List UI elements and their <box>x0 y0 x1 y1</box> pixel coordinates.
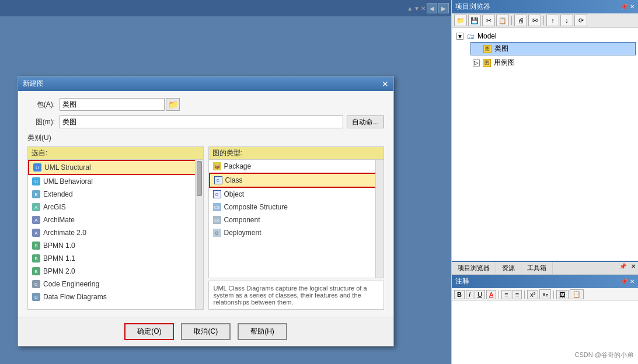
package-input[interactable] <box>60 98 165 111</box>
category-item-archimate[interactable]: A ArchiMate <box>28 214 203 226</box>
bottom-tabs: 项目浏览器 资源 工具箱 📌 ✕ <box>452 262 638 275</box>
bpmn11-icon: B <box>32 254 41 263</box>
diagram-type-list-box: 📦 Package C Class <box>208 159 385 278</box>
browser-tool-btn-3[interactable]: ✂ <box>482 15 495 26</box>
category-item-label: Code Engineering <box>43 280 99 288</box>
note-textarea[interactable] <box>454 303 636 322</box>
category-scrollbar-thumb[interactable] <box>197 161 202 196</box>
auto-name-btn[interactable]: 自动命... <box>347 116 384 128</box>
project-browser-titlebar: 项目浏览器 📌 ✕ <box>452 0 638 13</box>
note-toolbar: B I U A ≡ ≡ x² x₂ 🖼 📋 <box>452 288 638 301</box>
category-item-label: UML Behavioral <box>43 177 93 186</box>
tab-tools[interactable]: 工具箱 <box>521 262 553 274</box>
notes-close-icon[interactable]: ✕ <box>630 278 634 285</box>
clipboard-btn[interactable]: 📋 <box>570 289 584 299</box>
tab-project-browser[interactable]: 项目浏览器 <box>452 262 496 274</box>
category-from-label: 选自: <box>27 146 204 159</box>
collapse-btn[interactable]: ◀ <box>427 3 437 13</box>
bpmn10-icon: B <box>32 241 41 250</box>
package-browse-btn[interactable]: 📁 <box>166 98 180 111</box>
pin-icon[interactable]: 📌 <box>620 4 627 10</box>
nav-up-icon[interactable]: ▲ <box>407 5 413 12</box>
category-item-data-flow[interactable]: D Data Flow Diagrams <box>28 290 203 303</box>
data-flow-icon: D <box>32 292 41 302</box>
indent-btn[interactable]: ≡ <box>501 290 511 299</box>
diagram-type-composite[interactable]: CS Composite Structure <box>209 201 384 214</box>
outdent-btn[interactable]: ≡ <box>513 290 522 299</box>
category-item-uml-behavioral[interactable]: U UML Behavioral <box>28 175 203 188</box>
category-item-arcgis[interactable]: A ArcGIS <box>28 201 203 214</box>
nav-down-icon[interactable]: ▼ <box>414 5 420 12</box>
bold-btn[interactable]: B <box>454 290 465 299</box>
dialog-title: 新建图 <box>23 79 44 89</box>
subscript-btn[interactable]: x₂ <box>539 289 551 299</box>
category-item-extended[interactable]: E Extended <box>28 188 203 201</box>
tree-area: ▼ 🗂 Model ▷ 图 类图 ▷ <box>452 28 638 71</box>
category-item-bpmn11[interactable]: B BPMN 1.1 <box>28 252 203 265</box>
diagram-type-list-container: 图的类型: 📦 Package C <box>208 146 385 310</box>
diagram-input[interactable] <box>60 116 343 128</box>
watermark-text: CSDN @谷哥的小弟 <box>575 351 633 358</box>
diagram-type-class[interactable]: C Class <box>209 173 384 188</box>
notes-panel: 项目浏览器 资源 工具箱 📌 ✕ 注释 📌 ✕ B I U A <box>452 262 638 364</box>
browser-tool-down[interactable]: ↓ <box>560 15 573 26</box>
font-color-btn[interactable]: A <box>486 290 496 299</box>
tree-item-class-diagram[interactable]: ▷ 图 类图 <box>470 42 636 55</box>
notes-titlebar: 注释 📌 ✕ <box>452 275 638 288</box>
expand-btn[interactable]: ▶ <box>438 3 449 13</box>
notes-controls: 📌 ✕ <box>620 278 634 285</box>
browser-tool-btn-2[interactable]: 💾 <box>468 15 481 26</box>
diagram-label: 图(m): <box>27 117 60 127</box>
dialog-titlebar: 新建图 ✕ <box>18 76 393 91</box>
type-scrollbar[interactable] <box>375 160 384 278</box>
panel-close-btn[interactable]: ✕ <box>629 262 638 274</box>
category-scrollbar[interactable] <box>195 160 203 309</box>
browser-tool-refresh[interactable]: ⟳ <box>574 15 587 26</box>
close-panel-icon[interactable]: ✕ <box>630 4 634 10</box>
composite-type-icon: CS <box>212 202 222 212</box>
diagram-type-label-class: Class <box>225 176 243 184</box>
diagram-type-object[interactable]: O Object <box>209 188 384 201</box>
browser-tool-btn-6[interactable]: ✉ <box>528 15 541 26</box>
category-item-bpmn10[interactable]: B BPMN 1.0 <box>28 239 203 252</box>
tree-usecase-label: 用例图 <box>494 58 515 68</box>
help-btn[interactable]: 帮助(H) <box>238 323 287 340</box>
category-item-bpmn20[interactable]: B BPMN 2.0 <box>28 265 203 278</box>
browser-tool-btn-4[interactable]: 📋 <box>496 15 509 26</box>
dialog-footer: 确定(O) 取消(C) 帮助(H) <box>18 317 393 346</box>
tree-root-toggle[interactable]: ▼ <box>456 33 463 40</box>
tree-children: ▷ 图 类图 ▷ 图 用例图 <box>470 42 636 69</box>
category-item-label: ArchiMate <box>43 216 75 224</box>
component-type-icon: Co <box>212 215 222 225</box>
tree-usecase-toggle[interactable]: ▷ <box>473 60 480 66</box>
notes-pin-icon[interactable]: 📌 <box>620 278 627 285</box>
category-item-label: BPMN 2.0 <box>43 267 75 275</box>
category-list-container: 选自: U UML Structural U <box>27 146 204 310</box>
tree-item-usecase[interactable]: ▷ 图 用例图 <box>470 57 636 69</box>
superscript-btn[interactable]: x² <box>527 290 538 299</box>
browser-tool-btn-1[interactable]: 📁 <box>454 15 467 26</box>
nav-close-icon[interactable]: ✕ <box>421 5 426 12</box>
cancel-btn[interactable]: 取消(C) <box>181 323 231 340</box>
tab-resources[interactable]: 资源 <box>496 262 521 274</box>
panel-pin-btn[interactable]: 📌 <box>617 262 629 274</box>
image-btn[interactable]: 🖼 <box>556 290 569 299</box>
archimate-icon: A <box>32 215 41 225</box>
tree-root-model[interactable]: ▼ 🗂 Model <box>454 30 636 42</box>
category-item-code-eng[interactable]: C Code Engineering <box>28 278 203 290</box>
note-separator-1 <box>498 290 499 299</box>
confirm-btn[interactable]: 确定(O) <box>124 323 174 340</box>
browser-tool-btn-5[interactable]: 🖨 <box>514 15 527 26</box>
italic-btn[interactable]: I <box>466 290 473 299</box>
diagram-type-deployment[interactable]: D Deployment <box>209 226 384 239</box>
diagram-type-label-object: Object <box>224 190 245 198</box>
underline-btn[interactable]: U <box>475 290 485 299</box>
category-item-archimate2[interactable]: A Archimate 2.0 <box>28 226 203 239</box>
dialog-close-btn[interactable]: ✕ <box>382 80 389 88</box>
category-item-uml-structural[interactable]: U UML Structural <box>28 160 203 175</box>
diagram-type-package[interactable]: 📦 Package <box>209 160 384 173</box>
category-list-box: U UML Structural U UML Behavioral <box>27 159 204 310</box>
browser-tool-up[interactable]: ↑ <box>546 15 559 26</box>
diagram-type-component[interactable]: Co Component <box>209 214 384 226</box>
tabs-filler <box>553 262 617 274</box>
